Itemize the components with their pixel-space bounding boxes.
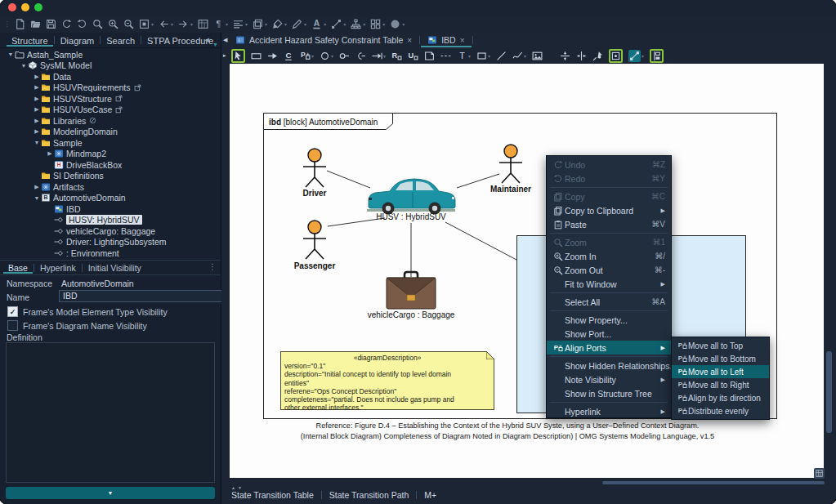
context-menu-item-undo[interactable]: Undo⌘Z <box>547 158 671 172</box>
tree-item-driver-lightingsubsystem[interactable]: Driver: LightingSubsystem <box>2 237 219 248</box>
toolbar-drag-handle[interactable]: ⋮ <box>3 20 10 28</box>
dropdown-caret-icon[interactable]: ▾ <box>311 53 314 59</box>
dropdown-caret-icon[interactable]: ▾ <box>363 21 365 27</box>
grid-toggle-button[interactable] <box>609 49 623 63</box>
new-file-button[interactable] <box>15 19 25 29</box>
tree-item-data[interactable]: ▶Data <box>2 71 219 83</box>
dropdown-caret-icon[interactable]: ▾ <box>642 53 644 59</box>
context-menu-item-show-property[interactable]: Show Property... <box>547 313 671 327</box>
align-horizontal-tool[interactable] <box>576 51 587 61</box>
note-anchor-tool[interactable] <box>440 51 451 61</box>
port-align-button[interactable] <box>650 49 664 63</box>
expand-arrow-icon[interactable]: ▼ <box>20 63 28 69</box>
car-part[interactable] <box>367 179 455 215</box>
rectangle-tool[interactable]: ▾ <box>476 51 490 61</box>
actor-passenger[interactable]: Passenger <box>294 221 336 270</box>
nav-forward-button[interactable]: ▾ <box>178 19 193 29</box>
bottom-tab-state-transition-path[interactable]: State Transition Path <box>329 490 409 500</box>
fit-window-button[interactable]: ▾ <box>139 19 154 29</box>
tree-item-hsuvusecase[interactable]: ▶HSUVUseCase <box>2 105 219 116</box>
tree-item-mindmap2[interactable]: ▶Mindmap2 <box>2 149 219 160</box>
tree-item-automotivedomain[interactable]: ▼BAutomotiveDomain <box>2 193 219 204</box>
tree-item-si-definitions[interactable]: SI Definitions <box>2 171 219 182</box>
collapse-arrow-icon[interactable]: ▶ <box>33 106 41 113</box>
collapse-arrow-icon[interactable]: ▶ <box>46 150 54 157</box>
close-tab-icon[interactable]: × <box>460 36 465 45</box>
context-menu-item-fit-to-window[interactable]: Fit to Window▶ <box>547 277 671 291</box>
context-menu-item-redo[interactable]: Redo⌘Y <box>547 172 671 185</box>
dropdown-caret-icon[interactable]: ▾ <box>151 21 154 27</box>
tree-item-driveblackbox[interactable]: HDriveBlackBox <box>2 159 219 171</box>
tree-item-libraries[interactable]: ▶Libraries <box>2 115 219 127</box>
part-tool[interactable] <box>251 51 262 61</box>
interface-tool[interactable]: ▾ <box>320 51 333 61</box>
submenu-item-move-all-to-top[interactable]: PMove all to Top <box>672 339 769 352</box>
bottom-tab-state-transition-table[interactable]: State Transition Table <box>231 490 314 500</box>
tree-item-astah-sample[interactable]: ▼Astah_Sample <box>2 49 219 60</box>
dropdown-caret-icon[interactable]: ▾ <box>265 21 267 27</box>
tree-item-husv-hybridsuv[interactable]: HUSV: HybridSUV <box>2 215 219 226</box>
appearance-button[interactable]: ▾ <box>390 19 405 29</box>
context-menu-item-show-hidden-relationships[interactable]: Show Hidden Relationships... <box>547 359 671 372</box>
tab-overflow-left-icon[interactable]: ◀ <box>205 37 209 43</box>
open-button[interactable] <box>30 19 41 29</box>
select-tool[interactable] <box>231 49 245 63</box>
undo-button[interactable] <box>61 19 72 29</box>
checkbox-unchecked[interactable] <box>7 320 18 331</box>
editor-tab-ibd[interactable]: IBD× <box>421 33 471 47</box>
close-tab-icon[interactable]: × <box>407 36 412 45</box>
submenu-item-move-all-to-bottom[interactable]: PMove all to Bottom <box>672 352 769 365</box>
zoom-out-button[interactable] <box>123 19 134 29</box>
map-view-button[interactable] <box>198 19 208 29</box>
duplicate-style-button[interactable]: ▾ <box>253 19 267 29</box>
context-menu-item-align-ports[interactable]: PAlign Ports▶ <box>547 341 671 355</box>
tree-item-ibd[interactable]: IBD <box>2 203 219 215</box>
redo-button[interactable] <box>77 19 87 29</box>
freehand-tool[interactable]: ▾ <box>512 51 526 61</box>
context-menu-item-select-all[interactable]: Select All⌘A <box>547 295 671 309</box>
tree-item-hsuvstructure[interactable]: ▶HSUVStructure <box>2 93 219 105</box>
minimize-window-button[interactable] <box>21 3 29 11</box>
checkbox-checked[interactable]: ✓ <box>7 306 18 317</box>
sidebar-tab-search[interactable]: Search <box>101 34 140 47</box>
pin-tool[interactable] <box>592 51 603 61</box>
tab-scroll-left-icon[interactable]: ◀ <box>223 37 227 43</box>
properties-tab-hyperlink[interactable]: Hyperlink <box>35 261 81 274</box>
collapse-arrow-icon[interactable]: ▶ <box>33 96 41 102</box>
diagram-overview-button[interactable] <box>814 468 825 479</box>
dropdown-caret-icon[interactable]: ▾ <box>171 21 173 27</box>
context-menu-item-hyperlink[interactable]: Hyperlink▶ <box>547 404 671 418</box>
horizontal-scrollbar-thumb[interactable] <box>602 481 825 484</box>
tree-item-modelingdomain[interactable]: ▶ModelingDomain <box>2 127 219 138</box>
collapse-arrow-icon[interactable]: ▶ <box>33 184 41 190</box>
collapse-arrow-icon[interactable]: ▶ <box>33 118 41 124</box>
tree-item-hsuvrequirements[interactable]: ▶HSUVRequirements <box>2 83 219 94</box>
sidebar-tab-diagram[interactable]: Diagram <box>56 34 100 47</box>
expand-arrow-icon[interactable]: ▼ <box>33 140 41 145</box>
tree-item-sysml-model[interactable]: ▼SysML Model <box>2 60 219 72</box>
submenu-item-move-all-to-left[interactable]: PMove all to Left <box>672 365 769 378</box>
constraint-parameter-tool[interactable]: C <box>284 51 294 61</box>
fill-color-button[interactable]: ▾ <box>272 19 287 29</box>
actor-driver[interactable]: Driver <box>303 149 327 198</box>
properties-menu-icon[interactable]: ⋮ <box>208 262 217 271</box>
maximize-window-button[interactable] <box>34 3 42 11</box>
provided-interface-tool[interactable] <box>339 51 350 61</box>
tab-dropdown-icon[interactable]: ▼ <box>212 42 218 47</box>
diagram-description-note[interactable]: «diagramDescription» version="0.1"descri… <box>280 351 494 410</box>
context-menu-item-note-visibility[interactable]: Note Visibility▶ <box>547 372 671 386</box>
toolbar-expand-icon[interactable]: ▸ <box>223 52 226 59</box>
sidebar-tab-structure[interactable]: Structure <box>7 34 53 47</box>
zoom-in-button[interactable] <box>108 19 118 29</box>
context-menu-item-copy-to-clipboard[interactable]: Copy to Clipboard▶ <box>547 203 671 217</box>
dropdown-caret-icon[interactable]: ▾ <box>304 21 306 27</box>
collapse-panel-button[interactable]: ▼ <box>6 487 215 499</box>
dropdown-caret-icon[interactable]: ▾ <box>331 53 333 59</box>
zoom-button[interactable] <box>92 19 103 29</box>
expand-arrow-icon[interactable]: ▼ <box>33 195 41 201</box>
context-menu-item-copy[interactable]: Copy⌘C <box>547 190 671 203</box>
dropdown-caret-icon[interactable]: ▾ <box>488 53 490 59</box>
submenu-item-move-all-to-right[interactable]: PMove all to Right <box>672 378 769 391</box>
dropdown-caret-icon[interactable]: ▾ <box>383 53 386 59</box>
bottom-tab-m[interactable]: M+ <box>424 490 436 500</box>
